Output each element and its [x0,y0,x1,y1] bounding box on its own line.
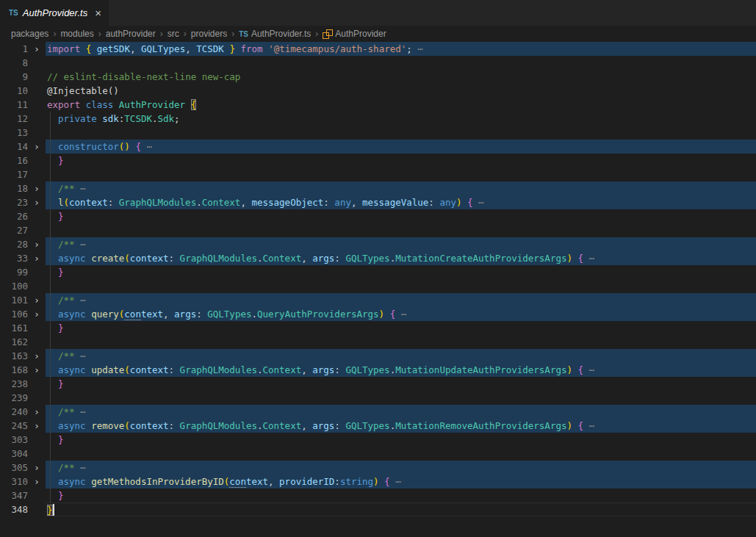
folded-code-ellipsis[interactable]: ⋯ [75,183,86,194]
breadcrumb-item-modules[interactable]: modules [60,29,93,39]
code-line[interactable]: 8 [0,56,756,70]
code-line[interactable]: 23›l(context: GraphQLModules.Context, me… [0,195,756,209]
breadcrumb-separator-icon: › [53,29,56,39]
folded-code-ellipsis[interactable]: ⋯ [583,420,594,431]
indent-guide [50,307,51,321]
fold-chevron-icon[interactable]: › [28,195,46,209]
code-line[interactable]: 304 [0,447,756,461]
code-text: async remove(context: GraphQLModules.Con… [46,419,756,433]
fold-chevron-icon[interactable]: › [28,42,46,56]
fold-chevron-icon[interactable]: › [28,293,46,307]
folded-code-ellipsis[interactable]: ⋯ [390,476,401,487]
code-text: } [46,321,756,335]
code-line[interactable]: 347} [0,489,756,502]
code-text: /** ⋯ [46,293,756,307]
code-line[interactable]: 303} [0,433,756,447]
indent-guide [50,209,51,223]
editor[interactable]: 1›import { getSDK, GQLTypes, TCSDK } fro… [0,42,756,516]
folded-code-ellipsis[interactable]: ⋯ [75,239,86,250]
fold-spacer [28,112,46,126]
code-line[interactable]: 28›/** ⋯ [0,237,756,251]
close-icon[interactable]: × [95,7,101,18]
fold-chevron-icon[interactable]: › [28,405,46,419]
code-line[interactable]: 99} [0,265,756,279]
line-number: 348 [0,502,28,516]
line-number: 23 [0,195,28,209]
folded-code-ellipsis[interactable]: ⋯ [75,295,86,306]
folded-code-ellipsis[interactable]: ⋯ [75,406,86,417]
breadcrumb-item-providers[interactable]: providers [191,29,227,39]
breadcrumb-item-authprovider.ts[interactable]: TSAuthProvider.ts [239,29,311,39]
line-number: 161 [0,321,28,335]
folded-code-ellipsis[interactable]: ⋯ [75,462,86,473]
folded-code-ellipsis[interactable]: ⋯ [583,253,594,264]
code-line[interactable]: 245›async remove(context: GraphQLModules… [0,419,756,433]
code-text: import { getSDK, GQLTypes, TCSDK } from … [46,42,756,56]
code-line[interactable]: 348} [0,502,756,516]
code-line[interactable]: 239 [0,391,756,405]
code-line[interactable]: 101›/** ⋯ [0,293,756,307]
code-line[interactable]: 10@Injectable() [0,84,756,98]
code-line[interactable]: 305›/** ⋯ [0,461,756,475]
code-line[interactable]: 161} [0,321,756,335]
code-text [46,56,756,70]
code-line[interactable]: 26} [0,209,756,223]
code-line[interactable]: 163›/** ⋯ [0,349,756,363]
code-line[interactable]: 106›async query(context, args: GQLTypes.… [0,307,756,321]
fold-chevron-icon[interactable]: › [28,140,46,154]
breadcrumb-separator-icon: › [231,29,234,39]
code-text [46,279,756,293]
code-line[interactable]: 162 [0,335,756,349]
breadcrumb-item-packages[interactable]: packages [11,29,48,39]
code-line[interactable]: 310›async getMethodsInProviderByID(conte… [0,475,756,489]
code-line[interactable]: 17 [0,167,756,181]
fold-spacer [28,126,46,140]
fold-chevron-icon[interactable]: › [28,475,46,489]
indent-guide [50,377,51,391]
fold-spacer [28,335,46,349]
code-line[interactable]: 27 [0,223,756,237]
code-line[interactable]: 240›/** ⋯ [0,405,756,419]
code-line[interactable]: 11export class AuthProvider { [0,98,756,112]
code-text: @Injectable() [46,84,756,98]
fold-spacer [28,321,46,335]
code-line[interactable]: 12private sdk:TCSDK.Sdk; [0,112,756,126]
breadcrumb-item-authprovider[interactable]: authProvider [106,29,156,39]
fold-chevron-icon[interactable]: › [28,419,46,433]
code-line[interactable]: 13 [0,126,756,140]
folded-code-ellipsis[interactable]: ⋯ [583,364,594,375]
breadcrumb-item-authprovider[interactable]: AuthProvider [323,29,386,39]
fold-chevron-icon[interactable]: › [28,237,46,251]
fold-chevron-icon[interactable]: › [28,307,46,321]
fold-chevron-icon[interactable]: › [28,251,46,265]
folded-code-ellipsis[interactable]: ⋯ [473,197,484,208]
fold-chevron-icon[interactable]: › [28,461,46,475]
fold-chevron-icon[interactable]: › [28,349,46,363]
indent-guide [50,279,51,293]
folded-code-ellipsis[interactable]: ⋯ [141,141,152,152]
folded-code-ellipsis[interactable]: ⋯ [395,309,406,320]
code-line[interactable]: 33›async create(context: GraphQLModules.… [0,251,756,265]
code-line[interactable]: 168›async update(context: GraphQLModules… [0,363,756,377]
fold-chevron-icon[interactable]: › [28,181,46,195]
tab-authprovider[interactable]: TS AuthProvider.ts × [0,0,109,26]
indent-guide [50,489,51,502]
indent-guide [50,237,51,251]
line-number: 16 [0,154,28,167]
code-line[interactable]: 14›constructor() { ⋯ [0,140,756,154]
line-number: 304 [0,447,28,461]
code-text: } [46,377,756,391]
code-line[interactable]: 1›import { getSDK, GQLTypes, TCSDK } fro… [0,42,756,56]
folded-code-ellipsis[interactable]: ⋯ [75,350,86,361]
code-line[interactable]: 18›/** ⋯ [0,181,756,195]
fold-chevron-icon[interactable]: › [28,363,46,377]
code-line[interactable]: 9// eslint-disable-next-line new-cap [0,70,756,84]
code-line[interactable]: 238} [0,377,756,391]
fold-spacer [28,377,46,391]
folded-code-ellipsis[interactable]: ⋯ [412,43,423,54]
code-line[interactable]: 100 [0,279,756,293]
breadcrumb-item-src[interactable]: src [168,29,179,39]
code-line[interactable]: 16} [0,154,756,167]
line-number: 101 [0,293,28,307]
breadcrumb-label: providers [191,29,227,39]
